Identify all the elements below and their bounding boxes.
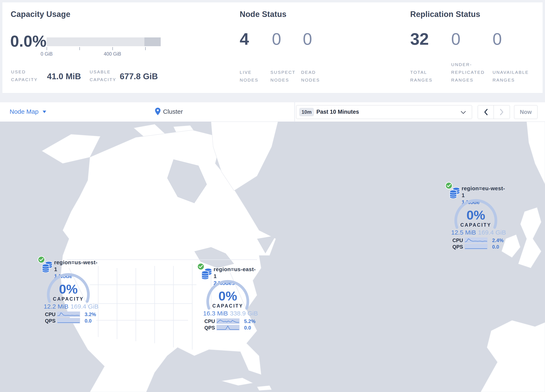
capacity-tick-label-0: 0 GiB bbox=[30, 51, 63, 57]
capacity-axis-tick bbox=[79, 47, 80, 50]
under-replicated-count: 0 bbox=[451, 30, 461, 49]
cpu-sparkline bbox=[57, 311, 80, 317]
qps-sparkline bbox=[217, 325, 240, 330]
qps-value: 0.0 bbox=[244, 325, 251, 331]
cpu-label: CPU bbox=[204, 318, 215, 324]
suspect-nodes-count: 0 bbox=[272, 30, 281, 49]
dead-nodes-count: 0 bbox=[303, 30, 312, 49]
qps-value: 0.0 bbox=[492, 244, 499, 250]
qps-label: QPS bbox=[204, 325, 215, 331]
capacity-percent: 0% bbox=[198, 288, 257, 303]
capacity-total: 169.4 GiB bbox=[71, 303, 99, 310]
time-range-dropdown[interactable]: 10m Past 10 Minutes bbox=[296, 105, 472, 119]
cpu-value: 3.2% bbox=[85, 311, 96, 317]
total-ranges-count: 32 bbox=[410, 30, 429, 49]
used-capacity-value: 41.0 MiB bbox=[47, 72, 81, 81]
map-pin-icon bbox=[155, 108, 161, 115]
capacity-caption: CAPACITY bbox=[446, 222, 505, 228]
capacity-bar-end-segment bbox=[144, 37, 161, 46]
cpu-value: 2.4% bbox=[492, 237, 504, 243]
total-ranges-label: TOTAL RANGES bbox=[410, 68, 442, 84]
breadcrumb-cluster[interactable]: Cluster bbox=[163, 108, 183, 115]
capacity-percent: 0% bbox=[39, 282, 98, 296]
database-stack-icon bbox=[201, 268, 212, 279]
usable-capacity-value: 677.8 GiB bbox=[120, 72, 158, 81]
cpu-value: 5.2% bbox=[244, 318, 256, 324]
qps-label: QPS bbox=[452, 244, 463, 250]
capacity-used: 12.2 MiB bbox=[44, 303, 68, 310]
capacity-total: 338.9 GiB bbox=[230, 310, 258, 317]
qps-sparkline bbox=[464, 244, 488, 249]
node-status-title: Node Status bbox=[240, 10, 286, 19]
capacity-caption: CAPACITY bbox=[39, 296, 98, 302]
capacity-bar bbox=[47, 37, 161, 46]
region-label: region=eu-west-1 bbox=[462, 185, 505, 199]
capacity-axis-tick bbox=[145, 47, 146, 50]
unavailable-count: 0 bbox=[493, 30, 502, 49]
time-range-badge: 10m bbox=[299, 108, 314, 116]
node-map: region=us-west-1 1 Node 0% CAPACITY 12.2… bbox=[0, 122, 545, 392]
cpu-label: CPU bbox=[45, 311, 56, 317]
time-next-button[interactable] bbox=[494, 105, 510, 119]
live-nodes-label: LIVE NODES bbox=[240, 68, 265, 84]
dead-nodes-label: DEAD NODES bbox=[301, 68, 328, 84]
capacity-usage-title: Capacity Usage bbox=[11, 10, 70, 19]
capacity-tick-label-400: 400 GiB bbox=[96, 51, 129, 57]
unavailable-label: UNAVAILABLE RANGES bbox=[493, 68, 541, 84]
qps-label: QPS bbox=[45, 318, 56, 324]
map-toolbar-left: Node Map Cluster bbox=[0, 102, 294, 122]
cluster-summary-card: Capacity Usage 0.0% 0 GiB 400 GiB USED C… bbox=[2, 2, 543, 93]
map-toolbar-right: 10m Past 10 Minutes Now bbox=[295, 102, 545, 122]
capacity-used: 16.3 MiB bbox=[203, 310, 228, 317]
capacity-axis-tick bbox=[47, 47, 47, 50]
capacity-percent: 0% bbox=[446, 208, 505, 223]
chevron-right-icon bbox=[500, 109, 504, 115]
capacity-caption: CAPACITY bbox=[198, 303, 257, 309]
qps-value: 0.0 bbox=[85, 318, 92, 324]
cpu-sparkline bbox=[464, 237, 488, 243]
suspect-nodes-label: SUSPECT NODES bbox=[270, 68, 302, 84]
qps-sparkline bbox=[57, 318, 80, 324]
region-label: region=us-east-1 bbox=[214, 266, 257, 280]
region-marker-us-west-1[interactable]: region=us-west-1 1 Node 0% CAPACITY 12.2… bbox=[39, 255, 98, 326]
region-marker-eu-west-1[interactable]: region=eu-west-1 1 Node 0% CAPACITY 12.5… bbox=[446, 181, 505, 252]
database-stack-icon bbox=[42, 261, 53, 272]
chevron-down-icon bbox=[461, 111, 466, 114]
cpu-label: CPU bbox=[452, 237, 463, 243]
time-prev-button[interactable] bbox=[478, 105, 494, 119]
capacity-used-percent: 0.0% bbox=[10, 32, 46, 50]
cpu-sparkline bbox=[217, 318, 240, 324]
view-selector-node-map[interactable]: Node Map bbox=[10, 108, 38, 115]
capacity-used: 12.5 MiB bbox=[451, 229, 476, 236]
time-nav-group bbox=[478, 105, 510, 119]
region-marker-us-east-1[interactable]: region=us-east-1 2 Nodes 0% CAPACITY 16.… bbox=[198, 262, 257, 333]
database-stack-icon bbox=[450, 187, 460, 199]
used-capacity-label: USED CAPACITY bbox=[11, 68, 47, 83]
chevron-left-icon bbox=[484, 109, 488, 115]
capacity-total: 169.4 GiB bbox=[478, 229, 506, 236]
region-label: region=us-west-1 bbox=[54, 259, 98, 273]
capacity-axis-tick bbox=[112, 47, 113, 50]
live-nodes-count: 4 bbox=[240, 30, 249, 49]
chevron-down-icon[interactable] bbox=[43, 111, 46, 113]
now-button[interactable]: Now bbox=[514, 105, 538, 119]
under-replicated-label: UNDER-REPLICATED RANGES bbox=[451, 61, 493, 84]
replication-status-title: Replication Status bbox=[410, 10, 480, 19]
time-range-label: Past 10 Minutes bbox=[316, 109, 359, 115]
